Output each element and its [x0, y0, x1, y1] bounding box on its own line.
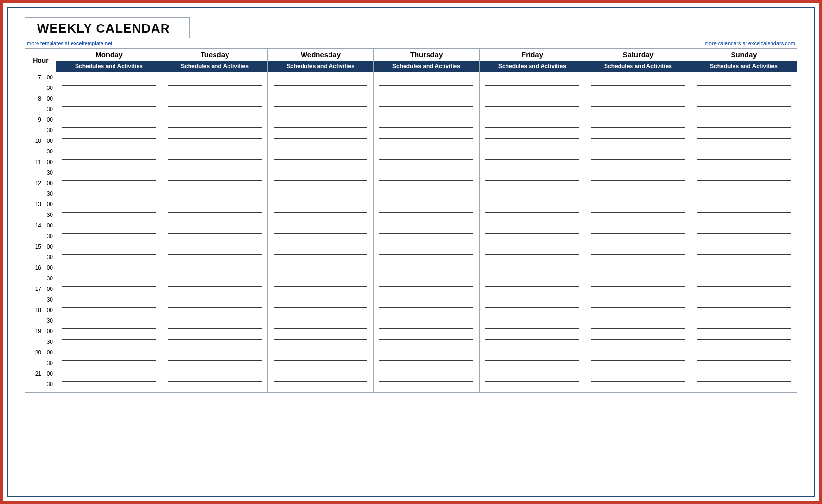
entry-line[interactable]: [485, 308, 579, 318]
entry-line[interactable]: [591, 287, 685, 297]
entry-line[interactable]: [485, 96, 579, 107]
entry-line[interactable]: [697, 265, 791, 276]
entry-line[interactable]: [274, 170, 367, 181]
entry-line[interactable]: [697, 276, 791, 287]
entry-line[interactable]: [485, 149, 579, 160]
entry-line[interactable]: [379, 255, 473, 265]
entry-line[interactable]: [485, 117, 579, 128]
entry-line[interactable]: [62, 202, 156, 213]
entry-line[interactable]: [379, 213, 473, 223]
entry-line[interactable]: [697, 191, 791, 202]
entry-line[interactable]: [274, 318, 367, 329]
entry-line[interactable]: [697, 117, 791, 128]
entry-line[interactable]: [485, 371, 579, 382]
entry-line[interactable]: [379, 223, 473, 234]
entry-line[interactable]: [62, 107, 156, 117]
entry-line[interactable]: [591, 244, 685, 255]
entry-line[interactable]: [62, 297, 156, 308]
entry-line[interactable]: [591, 382, 685, 392]
entry-line[interactable]: [591, 191, 685, 202]
entry-line[interactable]: [62, 265, 156, 276]
entry-line[interactable]: [168, 202, 262, 213]
entry-line[interactable]: [274, 149, 367, 160]
entry-line[interactable]: [379, 318, 473, 329]
entry-line[interactable]: [697, 234, 791, 244]
entry-line[interactable]: [274, 244, 367, 255]
entry-line[interactable]: [274, 308, 367, 318]
entry-line[interactable]: [274, 202, 367, 213]
entry-line[interactable]: [168, 308, 262, 318]
entry-line[interactable]: [62, 170, 156, 181]
entry-line[interactable]: [485, 265, 579, 276]
entry-line[interactable]: [62, 318, 156, 329]
entry-line[interactable]: [62, 223, 156, 234]
entry-line[interactable]: [168, 382, 262, 392]
entry-line[interactable]: [379, 86, 473, 96]
entry-line[interactable]: [274, 265, 367, 276]
entry-line[interactable]: [62, 382, 156, 392]
entry-line[interactable]: [697, 170, 791, 181]
entry-line[interactable]: [379, 265, 473, 276]
entry-line[interactable]: [591, 139, 685, 149]
entry-line[interactable]: [591, 213, 685, 223]
entry-line[interactable]: [591, 265, 685, 276]
day-col-wednesday[interactable]: [268, 72, 374, 392]
entry-line[interactable]: [274, 213, 367, 223]
entry-line[interactable]: [485, 202, 579, 213]
entry-line[interactable]: [379, 382, 473, 392]
entry-line[interactable]: [168, 170, 262, 181]
entry-line[interactable]: [485, 170, 579, 181]
entry-line[interactable]: [168, 128, 262, 139]
entry-line[interactable]: [274, 382, 367, 392]
entry-line[interactable]: [379, 96, 473, 107]
entry-line[interactable]: [274, 128, 367, 139]
entry-line[interactable]: [485, 361, 579, 371]
entry-line[interactable]: [379, 297, 473, 308]
entry-line[interactable]: [168, 117, 262, 128]
entry-line[interactable]: [168, 75, 262, 86]
entry-line[interactable]: [379, 244, 473, 255]
entry-line[interactable]: [379, 287, 473, 297]
entry-line[interactable]: [697, 181, 791, 191]
entry-line[interactable]: [168, 276, 262, 287]
entry-line[interactable]: [379, 117, 473, 128]
entry-line[interactable]: [379, 361, 473, 371]
entry-line[interactable]: [485, 382, 579, 392]
entry-line[interactable]: [274, 86, 367, 96]
entry-line[interactable]: [62, 96, 156, 107]
entry-line[interactable]: [62, 75, 156, 86]
day-col-saturday[interactable]: [585, 72, 691, 392]
entry-line[interactable]: [168, 265, 262, 276]
entry-line[interactable]: [168, 149, 262, 160]
entry-line[interactable]: [379, 308, 473, 318]
entry-line[interactable]: [697, 350, 791, 361]
entry-line[interactable]: [274, 350, 367, 361]
entry-line[interactable]: [379, 371, 473, 382]
entry-line[interactable]: [274, 276, 367, 287]
entry-line[interactable]: [697, 382, 791, 392]
entry-line[interactable]: [591, 371, 685, 382]
entry-line[interactable]: [168, 160, 262, 170]
entry-line[interactable]: [274, 191, 367, 202]
entry-line[interactable]: [697, 371, 791, 382]
entry-line[interactable]: [697, 329, 791, 340]
entry-line[interactable]: [62, 117, 156, 128]
entry-line[interactable]: [697, 297, 791, 308]
entry-line[interactable]: [697, 287, 791, 297]
entry-line[interactable]: [62, 234, 156, 244]
entry-line[interactable]: [379, 160, 473, 170]
day-col-tuesday[interactable]: [162, 72, 268, 392]
entry-line[interactable]: [485, 107, 579, 117]
entry-line[interactable]: [379, 107, 473, 117]
entry-line[interactable]: [168, 181, 262, 191]
entry-line[interactable]: [168, 96, 262, 107]
entry-line[interactable]: [591, 128, 685, 139]
day-col-friday[interactable]: [480, 72, 585, 392]
entry-line[interactable]: [697, 244, 791, 255]
entry-line[interactable]: [485, 75, 579, 86]
entry-line[interactable]: [62, 160, 156, 170]
entry-line[interactable]: [168, 371, 262, 382]
entry-line[interactable]: [591, 329, 685, 340]
entry-line[interactable]: [274, 234, 367, 244]
entry-line[interactable]: [485, 318, 579, 329]
